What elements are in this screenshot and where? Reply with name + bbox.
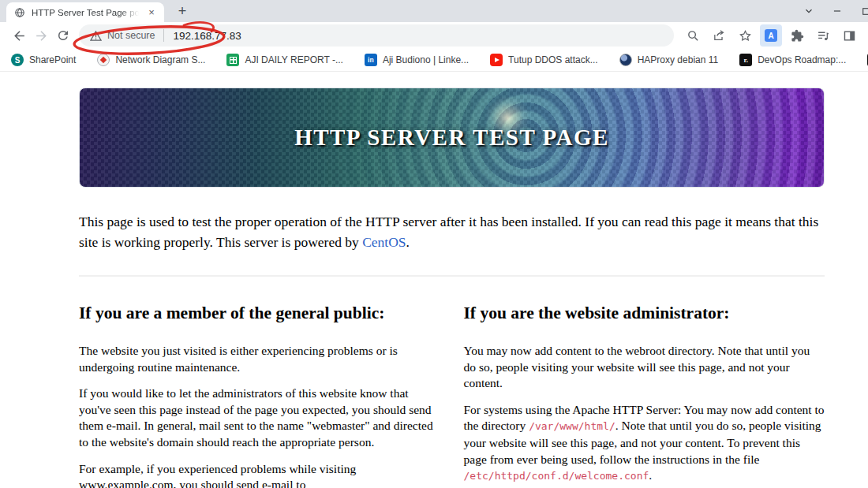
roadmap-favicon-icon: r.	[739, 54, 752, 66]
sharepoint-favicon-icon: S	[11, 54, 24, 66]
bookmark-aji-daily-report[interactable]: AJI DAILY REPORT -...	[226, 54, 342, 66]
centos-link[interactable]: CentOS	[362, 234, 406, 250]
bookmark-network-diagram[interactable]: Network Diagram S...	[97, 54, 205, 66]
general-public-heading: If you are a member of the general publi…	[79, 304, 440, 323]
globe-favicon-icon	[14, 7, 25, 18]
youtube-favicon-icon	[490, 54, 503, 66]
webroot-path-code: /var/www/html/	[529, 420, 615, 432]
address-divider	[163, 29, 164, 42]
welcome-conf-path-code: /etc/httpd/conf.d/welcome.conf	[464, 470, 649, 482]
tab-http-server-test-page[interactable]: HTTP Server Test Page powered ×	[6, 2, 164, 22]
not-secure-warning-icon[interactable]	[90, 30, 102, 42]
minimize-button[interactable]	[823, 0, 851, 22]
toolbar: Not secure 192.168.77.83 A	[0, 22, 868, 49]
media-controls-icon[interactable]	[812, 24, 834, 47]
haproxy-favicon-icon	[619, 54, 632, 66]
linkedin-favicon-icon: in	[365, 54, 377, 66]
back-button[interactable]	[8, 24, 30, 47]
page-title: HTTP SERVER TEST PAGE	[294, 125, 609, 151]
address-bar[interactable]: Not secure 192.168.77.83	[79, 24, 674, 47]
url-text[interactable]: 192.168.77.83	[173, 30, 241, 42]
new-tab-button[interactable]: +	[172, 1, 193, 21]
google-sheets-favicon-icon	[226, 54, 239, 66]
share-icon[interactable]	[708, 24, 730, 47]
administrator-column: If you are the website administrator: Yo…	[464, 304, 825, 488]
public-paragraph-3: For example, if you experienced problems…	[79, 461, 440, 488]
extensions-puzzle-icon[interactable]	[786, 24, 808, 47]
tab-close-icon[interactable]: ×	[145, 6, 158, 19]
intro-paragraph: This page is used to test the proper ope…	[79, 212, 825, 252]
toolbar-actions: A	[682, 24, 860, 47]
reload-button[interactable]	[52, 24, 74, 47]
security-label[interactable]: Not secure	[107, 30, 155, 41]
tab-title: HTTP Server Test Page powered	[32, 8, 139, 17]
bookmark-devops-roadmap[interactable]: r. DevOps Roadmap:...	[739, 54, 846, 66]
page-viewport: HTTP SERVER TEST PAGE This page is used …	[0, 88, 868, 488]
bookmarks-bar: S SharePoint Network Diagram S... AJI DA…	[0, 49, 868, 72]
browser-window: HTTP Server Test Page powered × +	[0, 0, 868, 488]
public-paragraph-2: If you would like to let the administrat…	[79, 386, 440, 450]
tab-search-chevron-icon[interactable]	[795, 0, 823, 22]
tab-strip: HTTP Server Test Page powered × +	[0, 0, 868, 22]
divider	[79, 275, 825, 277]
side-panel-icon[interactable]	[838, 24, 860, 47]
bookmark-youtube-ddos[interactable]: Tutup DDOS attack...	[490, 54, 598, 66]
bookmark-haproxy[interactable]: HAProxy debian 11	[619, 54, 719, 66]
test-page-banner: HTTP SERVER TEST PAGE	[79, 88, 825, 188]
general-public-column: If you are a member of the general publi…	[79, 304, 440, 488]
bookmark-sharepoint[interactable]: S SharePoint	[11, 54, 76, 66]
admin-paragraph-1: You may now add content to the webroot d…	[464, 343, 825, 392]
administrator-heading: If you are the website administrator:	[464, 304, 825, 323]
window-controls	[795, 0, 868, 22]
search-icon[interactable]	[682, 24, 704, 47]
translate-extension-icon[interactable]: A	[760, 24, 782, 47]
admin-paragraph-2: For systems using the Apache HTTP Server…	[464, 402, 825, 485]
public-paragraph-1: The website you just visited is either e…	[79, 343, 440, 375]
bookmark-linkedin[interactable]: in Aji Budiono | Linke...	[365, 54, 469, 66]
diagram-favicon-icon	[97, 54, 110, 66]
forward-button[interactable]	[30, 24, 52, 47]
maximize-button[interactable]	[851, 0, 868, 22]
bookmark-star-icon[interactable]	[734, 24, 756, 47]
